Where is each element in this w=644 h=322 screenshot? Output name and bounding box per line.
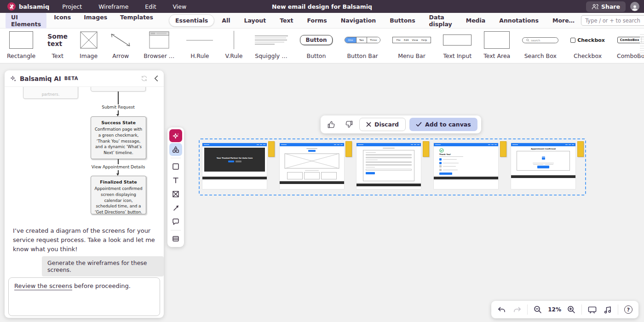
category-layout[interactable]: Layout <box>238 14 273 27</box>
text-area-icon <box>484 30 510 50</box>
library-toolbar: UI Elements Icons Images Templates Essen… <box>0 13 644 29</box>
ai-conversation-area[interactable]: partners. Submit Request Success State C… <box>5 87 164 318</box>
category-data-display[interactable]: Data display <box>423 11 459 30</box>
question-mark-icon: ? <box>624 305 632 314</box>
sticky-note[interactable] <box>500 141 506 157</box>
category-essentials[interactable]: Essentials <box>169 14 214 27</box>
redo-button[interactable] <box>512 304 523 315</box>
menu-wireframe[interactable]: Wireframe <box>92 1 135 12</box>
image-tool[interactable] <box>169 188 182 201</box>
ai-panel-title: Balsamiq AI <box>20 75 61 82</box>
arrow-tool[interactable] <box>169 201 182 214</box>
rectangle-tool[interactable] <box>169 160 182 173</box>
wireframe-screen-landing[interactable]: Your Trusted Partner for Auto Care <box>202 143 267 189</box>
ai-wand-tool[interactable] <box>169 129 182 142</box>
sticky-note[interactable] <box>345 141 352 157</box>
rectangle-icon <box>9 30 33 50</box>
menu-project[interactable]: Project <box>56 1 88 12</box>
flow-partial-box: partners. <box>23 87 78 99</box>
palette-item-text-area[interactable]: Text Area <box>477 30 516 63</box>
document-title[interactable]: New email design for Balsamiq <box>272 3 372 10</box>
data-rows-tool[interactable] <box>169 232 182 245</box>
palette-item-vrule[interactable]: V.Rule <box>219 30 248 63</box>
presentation-button[interactable] <box>586 304 598 315</box>
palette-item-menu-bar[interactable]: FileEditViewHelp Menu Bar <box>386 30 437 63</box>
category-text[interactable]: Text <box>273 14 299 27</box>
category-all[interactable]: All <box>215 14 236 27</box>
zoom-out-icon <box>534 305 542 314</box>
category-media[interactable]: Media <box>460 14 492 27</box>
flow-edge-label-1: Submit Request <box>102 105 134 109</box>
palette-item-text-input[interactable]: Text Input <box>437 30 477 63</box>
tab-images[interactable]: Images <box>78 12 113 30</box>
user-avatar[interactable] <box>630 2 639 11</box>
hrule-icon <box>186 30 213 50</box>
collapse-panel-icon[interactable] <box>154 75 158 81</box>
toolbar-divider <box>527 305 528 315</box>
palette-item-combobox[interactable]: ComboBox⌄ ComboBox <box>611 30 644 63</box>
wireframe-screen-confirmed[interactable]: Appointment Confirmed <box>511 143 575 189</box>
palette-item-hrule[interactable]: H.Rule <box>180 30 219 63</box>
wireframe-canvas[interactable]: Balsamiq AI BETA partners. Submit Reques… <box>0 63 644 322</box>
speech-bubble-icon <box>172 218 179 225</box>
balsamiq-ai-panel: Balsamiq AI BETA partners. Submit Reques… <box>5 70 164 318</box>
menu-edit[interactable]: Edit <box>138 1 162 12</box>
toolbar-divider <box>581 305 582 315</box>
wireframe-screen-success[interactable]: Thank You! <box>434 143 498 189</box>
check-icon <box>416 122 422 127</box>
palette-item-checkbox[interactable]: Checkbox Checkbox <box>564 30 611 63</box>
zoom-in-button[interactable] <box>566 304 577 315</box>
category-navigation[interactable]: Navigation <box>334 14 382 27</box>
palette-item-search-box[interactable]: search Search Box <box>516 30 564 63</box>
zoom-level[interactable]: 12% <box>548 306 561 313</box>
help-button[interactable]: ? <box>623 304 634 315</box>
tab-icons[interactable]: Icons <box>48 12 76 30</box>
canvas-controls-toolbar: 12% ? <box>491 301 638 318</box>
search-input[interactable] <box>581 15 644 26</box>
palette-item-button[interactable]: Button Button <box>294 30 339 63</box>
palette-item-browser[interactable]: Browser … <box>138 30 180 63</box>
palette-item-button-bar[interactable]: OneTwoThree Button Bar <box>339 30 386 63</box>
category-more[interactable]: More… <box>546 14 581 27</box>
thumbs-up-button[interactable] <box>324 118 338 131</box>
wireframe-screen-services[interactable] <box>280 143 344 189</box>
shapes-icon <box>172 145 180 154</box>
menu-view[interactable]: View <box>167 1 193 12</box>
wireframe-screen-request-form[interactable] <box>356 143 421 189</box>
palette-item-text[interactable]: Some text Text <box>41 30 74 63</box>
category-forms[interactable]: Forms <box>301 14 334 27</box>
tab-templates[interactable]: Templates <box>115 12 159 30</box>
thumbs-down-button[interactable] <box>342 118 356 131</box>
beta-badge: BETA <box>64 76 78 81</box>
chat-composer-input[interactable]: Review the screens before proceeding. <box>8 277 160 316</box>
tab-ui-elements[interactable]: UI Elements <box>6 12 46 30</box>
discard-button[interactable]: Discard <box>359 118 406 131</box>
music-button[interactable] <box>602 304 613 315</box>
share-button[interactable]: Share <box>586 1 626 12</box>
rectangle-tool-icon <box>172 163 179 170</box>
sticky-note[interactable] <box>577 141 584 157</box>
app-top-bar: balsamiq Project Wireframe Edit View New… <box>0 0 644 13</box>
vrule-icon <box>234 30 234 50</box>
palette-item-squiggly[interactable]: Squiggly … <box>249 30 294 63</box>
comment-tool[interactable] <box>169 215 182 228</box>
text-tool[interactable] <box>169 174 182 187</box>
zoom-out-button[interactable] <box>532 304 543 315</box>
drawing-tools-palette <box>167 127 184 247</box>
sticky-note[interactable] <box>268 141 275 157</box>
flow-node-success-state: Success State Confirmation page with a g… <box>91 116 146 159</box>
add-to-canvas-button[interactable]: Add to canvas <box>409 118 477 131</box>
undo-button[interactable] <box>496 304 507 315</box>
menu-bar-icon: FileEditViewHelp <box>392 30 431 50</box>
palette-item-image[interactable]: Image <box>74 30 104 63</box>
ui-elements-tool[interactable] <box>169 143 182 156</box>
palette-item-arrow[interactable]: Arrow <box>104 30 138 63</box>
refresh-icon[interactable] <box>141 75 148 82</box>
palette-item-rectangle[interactable]: Rectangle <box>1 30 41 63</box>
app-logo[interactable]: balsamiq <box>0 2 56 11</box>
category-annotations[interactable]: Annotations <box>493 14 545 27</box>
thumbs-up-icon <box>327 120 336 129</box>
sticky-note[interactable] <box>423 141 429 157</box>
category-buttons[interactable]: Buttons <box>383 14 421 27</box>
composer-linked-text[interactable]: Review the screens <box>14 282 72 290</box>
